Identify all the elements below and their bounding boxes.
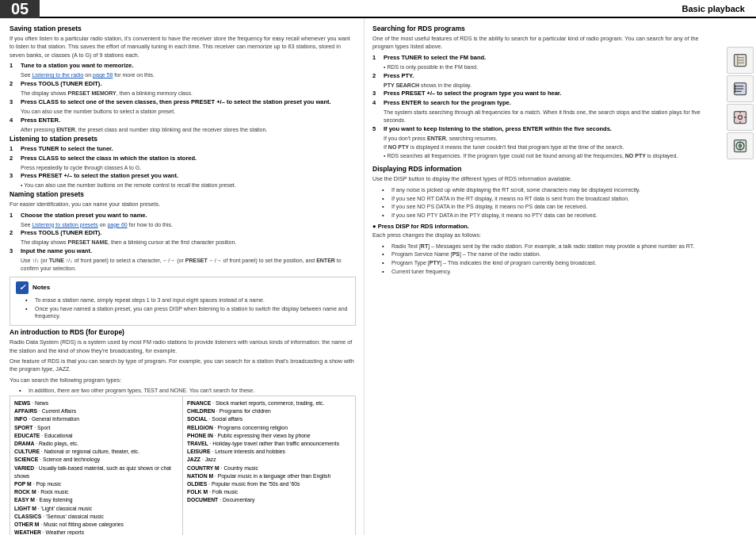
notes-box: ✓ Notes • To erase a station name, simpl… — [10, 277, 356, 326]
bullet-dot: • — [382, 186, 388, 194]
listening-step-1: 1 Press TUNER to select the tuner. — [10, 145, 356, 154]
displaying-bullet-3: • If you see NO PS DATA in the PS displa… — [382, 203, 715, 211]
rds-row: SCIENCE · Science and technology — [14, 456, 178, 464]
rds-row: OLDIES · Popular music from the '50s and… — [187, 480, 351, 488]
bullet-text: If you see NO PTY DATA in the PTY displa… — [391, 212, 598, 220]
step-number: 1 — [10, 212, 17, 220]
each-press-text: Each press changes the display as follow… — [372, 231, 715, 239]
searching-rds-intro: One of the most useful features of RDS i… — [372, 35, 715, 52]
step-text: Tune to a station you want to memorize. — [21, 62, 133, 71]
displaying-rds-section: Displaying RDS information Use the DISP … — [372, 165, 715, 276]
saving-step-2: 2 Press TOOLS (TUNER EDIT). — [10, 80, 356, 89]
searching-rds-title: Searching for RDS programs — [372, 25, 715, 32]
search-step-5-sub: If you don't press ENTER, searching resu… — [384, 135, 715, 143]
rds-row: DOCUMENT · Documentary — [187, 496, 351, 504]
bullet-dot: • — [382, 268, 388, 276]
saving-step-4-sub: After pressing ENTER, the preset class a… — [21, 126, 356, 134]
step-number: 2 — [10, 229, 17, 238]
step-number: 1 — [372, 54, 380, 63]
icon-sidebar — [724, 44, 756, 162]
list-icon-box — [727, 75, 754, 102]
naming-presets-title: Naming station presets — [10, 190, 356, 198]
step-number: 3 — [10, 98, 17, 107]
svg-point-20 — [739, 144, 741, 147]
header: 05 Basic playback — [0, 0, 756, 18]
rds-intro-section: An introduction to RDS (for Europe) Radi… — [10, 328, 356, 396]
bullet-text: Program Type [PTY] – This indicates the … — [391, 259, 597, 267]
saving-step-1: 1 Tune to a station you want to memorize… — [10, 62, 356, 71]
svg-point-11 — [735, 91, 736, 93]
notes-label: Notes — [32, 284, 50, 291]
rds-intro-para3: You can search the following program typ… — [10, 376, 356, 384]
rds-row: LIGHT M · 'Light' classical music — [14, 505, 178, 513]
rds-row: AFFAIRS · Current Affairs — [14, 407, 178, 415]
display-item-4: • Current tuner frequency. — [382, 268, 715, 276]
bullet-dot: • — [382, 243, 388, 250]
display-item-1: • Radio Text [RT] – Messages sent by the… — [382, 243, 715, 250]
bullet-dot: • — [19, 387, 25, 395]
saving-step-4: 4 Press ENTER. — [10, 117, 356, 125]
notes-header: ✓ Notes — [16, 281, 349, 294]
display-item-2: • Program Service Name [PS] – The name o… — [382, 250, 715, 258]
search-step-4-sub: The system starts searching through all … — [384, 109, 715, 124]
rds-col-right: FINANCE · Stock market reports, commerce… — [183, 396, 355, 535]
bullet-dot: • — [382, 259, 388, 267]
rds-row: EDUCATE · Educational — [14, 432, 178, 440]
rds-row: FOLK M · Folk music — [187, 488, 351, 496]
step-text: Press TUNER to select the FM band. — [384, 54, 486, 63]
search-step-2: 2 Press PTY. — [372, 72, 715, 81]
saving-step-3: 3 Press CLASS to select one of the seven… — [10, 98, 356, 107]
bullet-dot: • — [382, 212, 388, 220]
step-number: 4 — [10, 117, 17, 125]
step-text: Press TOOLS (TUNER EDIT). — [21, 229, 101, 238]
notes-icon: ✓ — [16, 281, 29, 294]
settings-icon — [732, 109, 748, 125]
svg-point-10 — [735, 88, 736, 90]
rds-intro-title: An introduction to RDS (for Europe) — [10, 328, 356, 336]
rds-col-left: NEWS · News AFFAIRS · Current Affairs IN… — [10, 396, 183, 535]
step-text: Press PRESET +/– to select the station p… — [21, 172, 178, 181]
search-step-5: 5 If you want to keep listening to the s… — [372, 125, 715, 134]
listening-presets-title: Listening to station presets — [10, 135, 356, 143]
step-number: 2 — [10, 80, 17, 89]
step-number: 2 — [372, 72, 380, 81]
step-text: If you want to keep listening to the sta… — [384, 125, 612, 134]
rds-row: NEWS · News — [14, 399, 178, 407]
search-note-1: If NO PTY is displayed it means the tune… — [384, 143, 715, 151]
right-column: Searching for RDS programs One of the mo… — [365, 18, 721, 535]
rds-table: NEWS · News AFFAIRS · Current Affairs IN… — [10, 396, 356, 535]
left-column: Saving station presets If you often list… — [0, 18, 365, 535]
bullet-dot: • — [382, 203, 388, 211]
rds-row: TRAVEL · Holiday-type travel rather than… — [187, 440, 351, 448]
step-number: 5 — [372, 125, 380, 134]
search-step-1: 1 Press TUNER to select the FM band. — [372, 54, 715, 63]
step-number: 3 — [10, 247, 17, 256]
rds-row: RELIGION · Programs concerning religion — [187, 424, 351, 432]
saving-presets-intro: If you often listen to a particular radi… — [10, 35, 356, 59]
displaying-rds-title: Displaying RDS information — [372, 165, 715, 173]
step-text: Input the name you want. — [21, 247, 92, 256]
listening-step-3-sub: • You can also use the number buttons on… — [21, 182, 356, 189]
listening-step-2-sub: Press repeatedly to cycle through classe… — [21, 164, 356, 172]
displaying-rds-intro: Use the DISP button to display the diffe… — [372, 175, 715, 183]
naming-presets-intro: For easier identification, you can name … — [10, 201, 356, 208]
search-note-2: • RDS searches all frequencies. If the p… — [384, 152, 715, 160]
content-wrapper: Saving station presets If you often list… — [0, 18, 756, 535]
rds-row: OTHER M · Music not fitting above catego… — [14, 521, 178, 529]
notes-bullet-2: • Once you have named a station preset, … — [25, 305, 349, 321]
step-number: 3 — [372, 90, 380, 98]
bullet-dot: • — [25, 305, 32, 321]
rds-intro-para2: One feature of RDS is that you can searc… — [10, 357, 356, 374]
step-text: Choose the station preset you want to na… — [21, 212, 147, 220]
rds-row: POP M · Pop music — [14, 480, 178, 488]
step-text: Press PTY. — [384, 72, 414, 81]
book-icon — [732, 52, 748, 68]
search-step-1-sub: • RDS is only possible in the FM band. — [384, 63, 715, 71]
page: 05 Basic playback Saving station presets… — [0, 0, 756, 535]
bullet-text: If you see NO PS DATA in the PS display,… — [391, 203, 587, 211]
step-text: Press CLASS to select the class in which… — [21, 155, 197, 163]
display-item-3: • Program Type [PTY] – This indicates th… — [382, 259, 715, 267]
displaying-bullet-1: • If any noise is picked up while displa… — [382, 186, 715, 194]
rds-row: COUNTRY M · Country music — [187, 464, 351, 472]
step-number: 1 — [10, 62, 17, 71]
